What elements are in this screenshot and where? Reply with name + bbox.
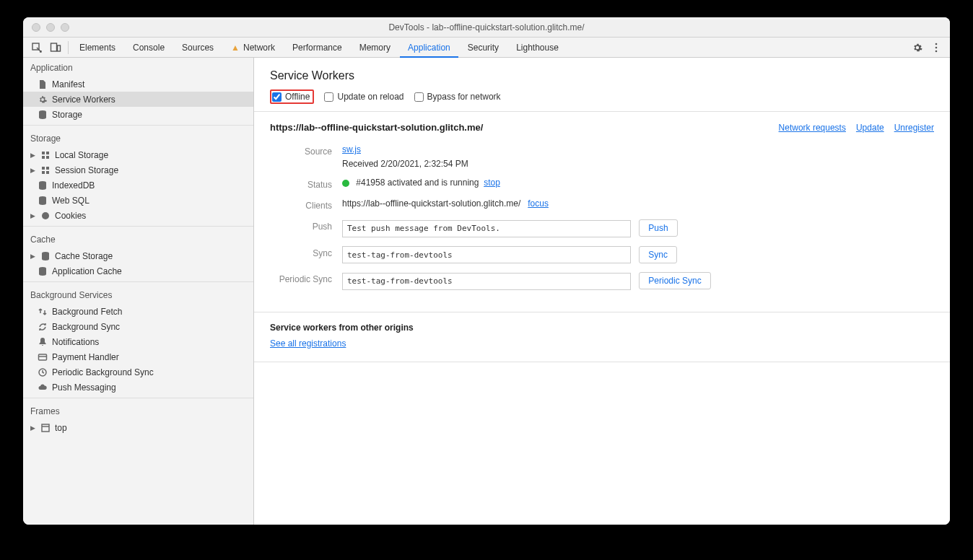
client-url: https://lab--offline-quickstart-solution… [342,198,520,209]
application-sidebar: Application Manifest Service Workers Sto… [23,58,254,525]
svg-rect-9 [42,156,45,159]
network-requests-link[interactable]: Network requests [779,123,846,133]
svg-rect-22 [42,424,49,432]
see-all-registrations-link[interactable]: See all registrations [270,338,346,349]
offline-checkbox[interactable]: Offline [270,89,314,104]
expand-icon[interactable]: ▶ [30,167,36,174]
expand-icon[interactable]: ▶ [30,152,36,159]
svg-point-3 [935,43,938,45]
update-checkbox-input[interactable] [324,92,333,102]
sidebar-item-cache-storage[interactable]: ▶ Cache Storage [23,248,253,263]
sidebar-item-local-storage[interactable]: ▶ Local Storage [23,147,253,162]
grid-icon [40,150,51,160]
panel-tabs: Elements Console Sources ▲Network Perfor… [71,38,567,57]
tab-security[interactable]: Security [460,38,507,57]
sidebar-item-cookies[interactable]: ▶ Cookies [23,208,253,223]
zoom-window-button[interactable] [61,23,69,32]
close-window-button[interactable] [32,23,40,32]
svg-rect-7 [42,152,45,154]
bypass-network-checkbox[interactable]: Bypass for network [414,92,501,102]
push-button[interactable]: Push [639,219,677,237]
warning-icon: ▲ [231,43,240,53]
divider [68,41,69,54]
label-sync: Sync [270,246,342,258]
frame-icon [40,423,51,433]
status-text: #41958 activated and is running [356,178,479,188]
sync-input[interactable] [342,246,631,263]
tab-memory[interactable]: Memory [352,38,398,57]
tab-console[interactable]: Console [125,38,173,57]
origin-url: https://lab--offline-quickstart-solution… [270,122,483,133]
expand-icon[interactable]: ▶ [30,212,36,219]
svg-rect-13 [42,171,45,174]
periodic-sync-button[interactable]: Periodic Sync [639,272,710,289]
label-source: Source [270,144,342,157]
more-icon[interactable] [927,38,946,57]
sync-icon [38,322,48,332]
titlebar: DevTools - lab--offline-quickstart-solut… [23,17,950,38]
minimize-window-button[interactable] [46,23,55,32]
sidebar-item-bg-fetch[interactable]: Background Fetch [23,304,253,319]
bypass-checkbox-input[interactable] [414,92,424,102]
svg-rect-1 [51,43,57,51]
other-origins-header: Service workers from other origins [270,323,934,333]
window-title: DevTools - lab--offline-quickstart-solut… [23,22,950,32]
database-icon [38,110,48,120]
settings-icon[interactable] [908,38,927,57]
sidebar-item-websql[interactable]: Web SQL [23,193,253,208]
unregister-link[interactable]: Unregister [894,123,934,133]
label-push: Push [270,219,342,232]
source-file-link[interactable]: sw.js [342,144,361,154]
panel-title: Service Workers [270,69,934,82]
update-on-reload-checkbox[interactable]: Update on reload [324,92,403,102]
database-icon [38,266,48,276]
sidebar-item-bg-sync[interactable]: Background Sync [23,319,253,334]
svg-rect-10 [46,156,49,159]
sidebar-item-notifications[interactable]: Notifications [23,334,253,349]
database-icon [38,180,48,191]
push-input[interactable] [342,220,631,237]
tab-application[interactable]: Application [400,38,458,57]
tab-sources[interactable]: Sources [174,38,222,57]
group-frames: Frames [23,401,253,420]
bell-icon [38,337,48,347]
main-panel: Service Workers Offline Update on reload… [254,58,950,525]
sidebar-item-payment-handler[interactable]: Payment Handler [23,349,253,364]
tab-lighthouse[interactable]: Lighthouse [508,38,567,57]
periodic-sync-input[interactable] [342,273,631,290]
sidebar-item-frame-top[interactable]: ▶ top [23,420,253,435]
tab-elements[interactable]: Elements [71,38,123,57]
sidebar-item-manifest[interactable]: Manifest [23,76,253,92]
sync-button[interactable]: Sync [639,246,677,263]
cookie-icon [40,211,51,221]
offline-checkbox-input[interactable] [272,92,282,102]
gear-icon [38,95,48,105]
sidebar-item-indexeddb[interactable]: IndexedDB [23,178,253,193]
update-link[interactable]: Update [856,123,884,133]
group-cache: Cache [23,229,253,248]
expand-icon[interactable]: ▶ [30,253,36,260]
clock-icon [38,367,48,377]
sidebar-item-service-workers[interactable]: Service Workers [23,92,253,107]
stop-link[interactable]: stop [484,178,500,188]
sidebar-item-storage[interactable]: Storage [23,107,253,122]
inspect-icon[interactable] [27,38,46,57]
label-clients: Clients [270,198,342,211]
status-dot-icon [342,180,349,187]
group-storage: Storage [23,128,253,147]
label-status: Status [270,178,342,190]
sidebar-item-session-storage[interactable]: ▶ Session Storage [23,162,253,178]
card-icon [38,352,48,362]
svg-point-17 [42,212,49,219]
device-toggle-icon[interactable] [46,38,65,57]
sidebar-item-application-cache[interactable]: Application Cache [23,263,253,279]
tab-performance[interactable]: Performance [284,38,350,57]
traffic-lights [32,23,69,32]
tab-network[interactable]: ▲Network [223,38,283,57]
sidebar-item-push-messaging[interactable]: Push Messaging [23,380,253,395]
sidebar-item-periodic-sync[interactable]: Periodic Background Sync [23,364,253,380]
svg-point-4 [935,46,938,48]
focus-link[interactable]: focus [528,198,549,209]
expand-icon[interactable]: ▶ [30,424,36,432]
group-bg-services: Background Services [23,285,253,304]
